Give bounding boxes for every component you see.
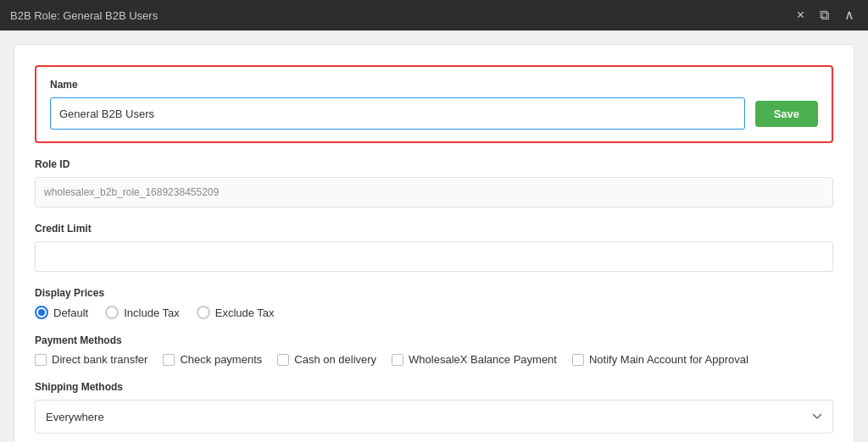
credit-limit-section: Credit Limit [35,223,833,272]
role-id-label: Role ID [35,158,833,170]
display-prices-radio-group: Default Include Tax Exclude Tax [35,306,833,319]
title-bar-copy-btn[interactable]: ⧉ [816,7,832,24]
shipping-dropdown[interactable]: Everywhere [35,400,833,434]
radio-option-include-tax[interactable]: Include Tax [105,306,180,319]
checkbox-check-payments-input[interactable] [163,354,175,366]
checkbox-wholesalex-balance[interactable]: WholesaleX Balance Payment [392,353,557,366]
title-bar-collapse-btn[interactable]: ∧ [841,7,858,24]
checkbox-cash-on-delivery[interactable]: Cash on delivery [277,353,376,366]
checkbox-cod-input[interactable] [277,354,289,366]
name-input[interactable] [50,97,745,130]
display-prices-label: Display Prices [35,287,833,299]
checkbox-notify-label: Notify Main Account for Approval [589,353,748,366]
credit-limit-label: Credit Limit [35,223,833,235]
title-bar-text: B2B Role: General B2B Users [10,9,158,22]
radio-default[interactable] [35,306,48,319]
title-bar: B2B Role: General B2B Users × ⧉ ∧ [0,0,868,30]
payment-methods-checkbox-group: Direct bank transfer Check payments Cash… [35,353,833,366]
checkbox-direct-bank[interactable]: Direct bank transfer [35,353,147,366]
radio-option-exclude-tax[interactable]: Exclude Tax [197,306,275,319]
checkbox-wholesalex-input[interactable] [392,354,403,366]
checkbox-check-payments-label: Check payments [180,353,262,366]
checkbox-check-payments[interactable]: Check payments [163,353,262,366]
radio-include-tax[interactable] [105,306,119,319]
payment-methods-section: Payment Methods Direct bank transfer Che… [35,334,833,366]
save-button[interactable]: Save [755,101,818,127]
name-label: Name [50,79,818,91]
checkbox-direct-bank-label: Direct bank transfer [52,353,147,366]
title-bar-close-btn[interactable]: × [793,7,808,24]
checkbox-cod-label: Cash on delivery [294,353,376,366]
shipping-methods-label: Shipping Methods [35,381,833,393]
name-section: Name Save [35,65,833,143]
payment-methods-label: Payment Methods [35,334,833,346]
checkbox-notify-input[interactable] [572,354,584,366]
display-prices-section: Display Prices Default Include Tax Exclu… [35,287,833,319]
main-content: Name Save Role ID Credit Limit Display P… [14,44,854,442]
title-bar-controls: × ⧉ ∧ [793,7,858,24]
radio-option-default[interactable]: Default [35,306,88,319]
credit-limit-input[interactable] [35,241,833,272]
radio-exclude-tax[interactable] [197,306,210,319]
title-bar-left: B2B Role: General B2B Users [10,9,158,22]
radio-exclude-tax-label: Exclude Tax [215,307,275,319]
shipping-methods-section: Shipping Methods Everywhere [35,381,833,434]
role-id-input [35,177,833,207]
role-id-section: Role ID [35,158,833,207]
checkbox-direct-bank-input[interactable] [35,354,47,366]
radio-default-label: Default [53,307,88,319]
radio-include-tax-label: Include Tax [124,307,180,319]
name-input-row: Save [50,97,818,130]
checkbox-notify-main[interactable]: Notify Main Account for Approval [572,353,748,366]
checkbox-wholesalex-label: WholesaleX Balance Payment [409,353,557,366]
